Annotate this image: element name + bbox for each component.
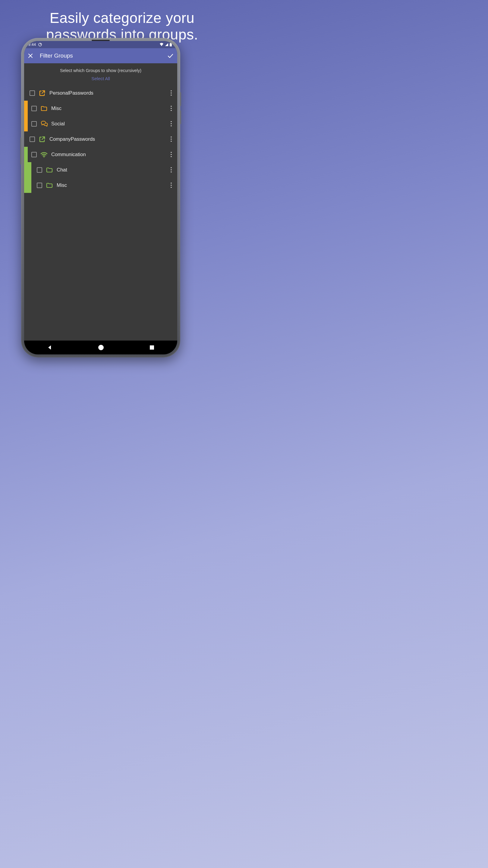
signal-status-icon <box>165 43 169 46</box>
marketing-line-1: Easily categorize yoru <box>50 10 195 26</box>
phone-frame: 9:44 Filter Groups <box>21 38 180 358</box>
group-label: Misc <box>51 105 166 111</box>
group-row[interactable]: CompanyPasswords <box>24 131 177 147</box>
wifi-icon <box>40 150 48 159</box>
status-clock: 9:44 <box>28 42 36 47</box>
more-options-icon[interactable] <box>166 88 177 98</box>
close-icon[interactable] <box>28 53 33 59</box>
group-label: Communication <box>51 152 166 157</box>
group-row[interactable]: Misc <box>24 178 177 193</box>
group-checkbox[interactable] <box>37 167 42 173</box>
battery-status-icon <box>170 43 172 46</box>
phone-screen: 9:44 Filter Groups <box>24 41 177 354</box>
svg-rect-3 <box>170 43 171 43</box>
more-options-icon[interactable] <box>166 103 177 114</box>
tree-gutter <box>28 162 31 178</box>
external-open-icon <box>38 135 47 144</box>
folder-icon <box>40 104 48 113</box>
phone-volume-up-button <box>180 92 181 106</box>
more-options-icon[interactable] <box>166 180 177 191</box>
app-bar-title: Filter Groups <box>40 53 73 59</box>
android-nav-bar <box>24 341 177 354</box>
wifi-status-icon <box>159 43 164 46</box>
external-open-icon <box>38 89 47 97</box>
more-options-icon[interactable] <box>166 164 177 176</box>
svg-rect-2 <box>170 43 172 47</box>
select-all-button[interactable]: Select All <box>24 76 177 85</box>
chat-bubbles-icon <box>40 120 48 128</box>
group-checkbox[interactable] <box>31 121 37 127</box>
svg-point-1 <box>40 43 41 44</box>
nav-back-button[interactable] <box>47 345 53 350</box>
confirm-check-icon[interactable] <box>167 53 174 59</box>
group-row[interactable]: Chat <box>24 162 177 178</box>
tree-gutter <box>24 101 28 116</box>
group-checkbox[interactable] <box>30 136 35 142</box>
svg-point-4 <box>43 156 44 157</box>
more-options-icon[interactable] <box>166 134 177 145</box>
folder-icon <box>45 166 54 174</box>
group-label: PersonalPasswords <box>50 90 166 96</box>
group-label: CompanyPasswords <box>50 136 166 142</box>
group-checkbox[interactable] <box>37 183 42 188</box>
tree-gutter <box>24 162 28 178</box>
group-checkbox[interactable] <box>30 90 35 96</box>
svg-point-0 <box>38 43 41 46</box>
nav-recents-button[interactable] <box>150 345 154 350</box>
group-checkbox[interactable] <box>31 152 37 157</box>
tree-gutter <box>24 147 28 162</box>
group-row[interactable]: Misc <box>24 101 177 116</box>
status-app-icon <box>38 43 42 46</box>
group-list: PersonalPasswordsMiscSocialCompanyPasswo… <box>24 85 177 193</box>
group-row[interactable]: Social <box>24 116 177 131</box>
svg-rect-5 <box>150 345 154 350</box>
tree-gutter <box>24 116 28 131</box>
status-bar: 9:44 <box>24 41 177 48</box>
group-row[interactable]: PersonalPasswords <box>24 85 177 101</box>
group-label: Social <box>51 121 166 127</box>
folder-icon <box>45 181 54 190</box>
nav-home-button[interactable] <box>98 345 104 350</box>
group-row[interactable]: Communication <box>24 147 177 162</box>
more-options-icon[interactable] <box>166 119 177 129</box>
phone-power-button <box>20 137 22 164</box>
tree-gutter <box>28 178 31 193</box>
phone-volume-down-button <box>180 110 181 124</box>
content-area: Select which Groups to show (recursively… <box>24 63 177 341</box>
content-header: Select which Groups to show (recursively… <box>24 63 177 76</box>
group-checkbox[interactable] <box>31 106 37 111</box>
app-bar: Filter Groups <box>24 48 177 63</box>
group-label: Misc <box>57 182 166 188</box>
tree-gutter <box>24 178 28 193</box>
group-label: Chat <box>57 167 166 173</box>
more-options-icon[interactable] <box>166 149 177 160</box>
